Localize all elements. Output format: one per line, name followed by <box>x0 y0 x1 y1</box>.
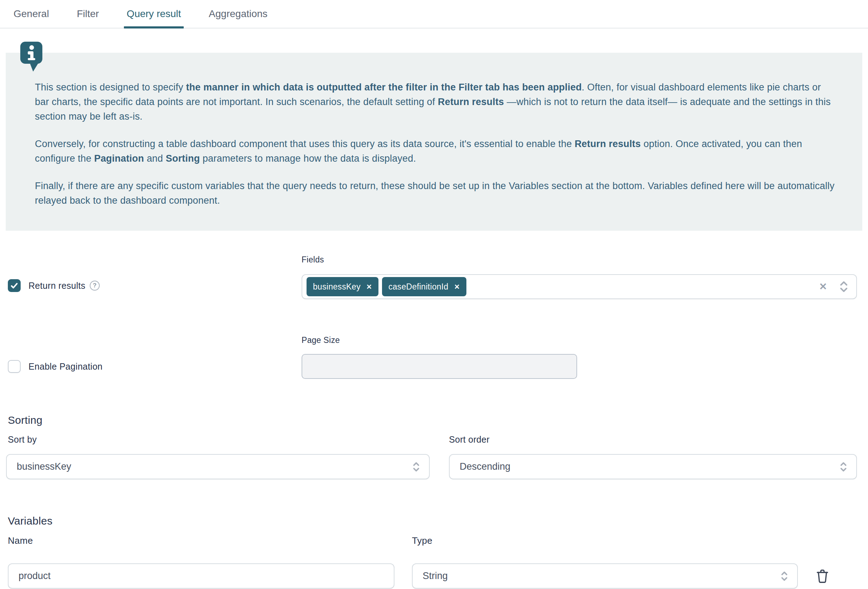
variable-type-label: Type <box>412 535 433 546</box>
variable-name-input[interactable]: product <box>8 563 394 589</box>
sort-order-value: Descending <box>460 461 839 472</box>
tab-bar: General Filter Query result Aggregations <box>0 0 868 28</box>
sort-order-select[interactable]: Descending <box>449 454 857 479</box>
info-text: Finally, if there are any specific custo… <box>35 180 834 206</box>
sorting-heading: Sorting <box>8 414 42 426</box>
return-results-checkbox[interactable] <box>8 279 21 292</box>
tab-aggregations[interactable]: Aggregations <box>209 0 267 28</box>
variable-name-value: product <box>19 570 50 582</box>
info-paragraph: Conversely, for constructing a table das… <box>35 137 837 166</box>
info-text: This section is designed to specify <box>35 82 186 93</box>
info-icon <box>20 42 43 74</box>
info-text-bold: Sorting <box>166 153 200 164</box>
variables-heading: Variables <box>8 515 53 527</box>
enable-pagination-label: Enable Pagination <box>28 362 103 372</box>
info-text: Conversely, for constructing a table das… <box>35 139 575 149</box>
enable-pagination-row: Enable Pagination <box>8 360 103 373</box>
stepper-icon <box>839 461 848 473</box>
variable-name-label: Name <box>8 535 33 546</box>
info-text-bold: the manner in which data is outputted af… <box>186 82 582 93</box>
variable-type-select[interactable]: String <box>412 563 798 589</box>
fields-label: Fields <box>301 255 324 264</box>
tab-query-result[interactable]: Query result <box>127 0 181 28</box>
fields-tag-list: businessKey ✕ caseDefinitionId ✕ <box>307 277 819 296</box>
variable-type-value: String <box>422 570 780 582</box>
info-paragraph: This section is designed to specify the … <box>35 80 837 124</box>
return-results-label: Return results <box>28 280 86 291</box>
sort-order-label: Sort order <box>449 434 490 445</box>
fields-multiselect[interactable]: businessKey ✕ caseDefinitionId ✕ ✕ <box>301 274 857 299</box>
tab-filter[interactable]: Filter <box>77 0 99 28</box>
page-size-input[interactable] <box>301 354 577 379</box>
help-icon[interactable]: ? <box>90 280 100 291</box>
stepper-icon <box>780 570 788 582</box>
info-text-bold: Pagination <box>94 153 144 164</box>
clear-icon[interactable]: ✕ <box>819 282 827 292</box>
remove-tag-icon[interactable]: ✕ <box>454 283 460 290</box>
info-paragraph: Finally, if there are any specific custo… <box>35 179 837 208</box>
field-tag: caseDefinitionId ✕ <box>382 277 466 296</box>
field-tag: businessKey ✕ <box>307 277 378 296</box>
sort-by-select[interactable]: businessKey <box>6 454 430 479</box>
stepper-icon[interactable] <box>839 280 849 293</box>
return-results-row: Return results ? <box>8 279 100 292</box>
query-result-settings-page: General Filter Query result Aggregations… <box>0 0 868 589</box>
info-text-bold: Return results <box>438 96 504 107</box>
sort-by-label: Sort by <box>8 434 37 445</box>
info-panel: This section is designed to specify the … <box>6 53 862 231</box>
tab-general[interactable]: General <box>13 0 49 28</box>
sort-by-value: businessKey <box>17 461 412 472</box>
field-tag-label: businessKey <box>313 282 361 292</box>
info-text: and <box>144 153 165 164</box>
check-icon <box>10 281 19 290</box>
info-text: parameters to manage how the data is dis… <box>200 153 416 164</box>
enable-pagination-checkbox[interactable] <box>8 360 21 373</box>
delete-variable-button[interactable] <box>815 568 830 585</box>
stepper-icon <box>412 461 421 473</box>
info-text-bold: Return results <box>575 139 641 149</box>
page-size-label: Page Size <box>301 335 340 345</box>
trash-icon <box>816 569 829 584</box>
field-tag-label: caseDefinitionId <box>388 282 448 292</box>
remove-tag-icon[interactable]: ✕ <box>366 283 372 290</box>
